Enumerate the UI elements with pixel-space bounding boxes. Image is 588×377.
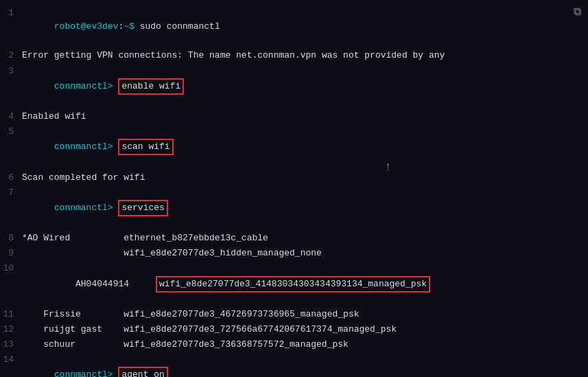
terminal-line-10: 10 AH04044914 wifi_e8de27077de3_41483034…: [0, 261, 588, 306]
terminal-line-6: 6 Scan completed for wifi: [0, 170, 588, 185]
terminal-line-7: 7 connmanctl> services: [0, 185, 588, 231]
terminal-line-2: 2 Error getting VPN connections: The nam…: [0, 48, 588, 63]
services-cmd: services: [118, 200, 167, 216]
copy-icon[interactable]: ⧉: [574, 5, 581, 19]
scan-wifi-cmd: scan wifi: [118, 139, 173, 155]
terminal-line-4: 4 Enabled wifi: [0, 109, 588, 124]
terminal-line-3: 3 connmanctl> enable wifi: [0, 64, 588, 109]
terminal-line-9: 9 wifi_e8de27077de3_hidden_managed_none: [0, 246, 588, 261]
terminal-line-8: 8 *AO Wired ethernet_b827ebbde13c_cable: [0, 231, 588, 246]
prompt: robot@ev3dev: [54, 21, 119, 32]
terminal-line-5: 5 connmanctl> scan wifi: [0, 124, 588, 170]
terminal-line-1: 1 robot@ev3dev:~$ sudo connmanctl: [0, 5, 588, 48]
terminal-line-14: 14 connmanctl> agent on: [0, 352, 588, 377]
wifi-service-highlighted: wifi_e8de27077de3_41483034303434393134_m…: [156, 276, 430, 293]
terminal-line-12: 12 ruijgt gast wifi_e8de27077de3_727566a…: [0, 322, 588, 337]
terminal-line-13: 13 schuur wifi_e8de27077de3_736368757572…: [0, 337, 588, 352]
enable-wifi-cmd: enable wifi: [118, 78, 184, 95]
terminal: ⧉ 1 robot@ev3dev:~$ sudo connmanctl 2 Er…: [0, 0, 588, 377]
agent-on-cmd: agent on: [118, 367, 167, 377]
terminal-line-11: 11 Frissie wifi_e8de27077de3_46726973736…: [0, 307, 588, 322]
